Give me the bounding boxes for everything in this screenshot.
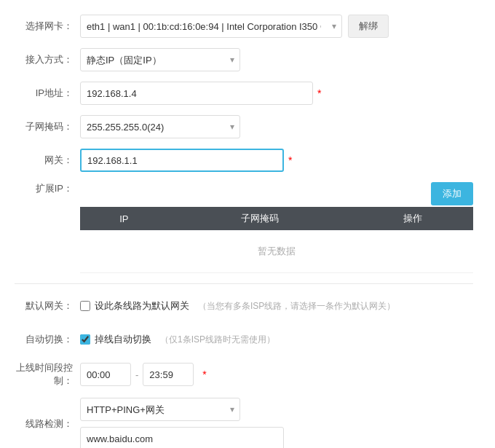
- subnet-label: 子网掩码：: [15, 120, 80, 133]
- default-gateway-checkbox-wrapper: 设此条线路为默认网关 （当您有多条ISP线路，请选择一条作为默认网关）: [80, 299, 395, 313]
- gateway-row: 网关： *: [15, 149, 473, 172]
- gateway-content: *: [80, 149, 473, 172]
- subnet-select[interactable]: 255.255.255.0(24): [80, 115, 240, 138]
- nic-select-wrapper: eth1 | wan1 | 00:1b:cd:16:0e:94 | Intel …: [80, 15, 342, 38]
- access-select[interactable]: 静态IP（固定IP）: [80, 48, 240, 71]
- online-time-content: - *: [80, 363, 473, 386]
- default-gateway-row: 默认网关： 设此条线路为默认网关 （当您有多条ISP线路，请选择一条作为默认网关…: [15, 294, 473, 318]
- unbind-button[interactable]: 解绑: [348, 15, 389, 38]
- time-range: - *: [80, 363, 207, 386]
- online-time-label: 上线时间段控制：: [15, 361, 80, 388]
- access-label: 接入方式：: [15, 53, 80, 66]
- auto-switch-hint: （仅1条ISP线路时无需使用）: [160, 334, 275, 346]
- time-required: *: [202, 369, 206, 380]
- detect-url-input[interactable]: [80, 427, 284, 448]
- time-separator: -: [135, 369, 138, 380]
- line-detect-select-wrapper: HTTP+PING+网关: [80, 398, 240, 421]
- col-ip: IP: [80, 207, 168, 230]
- ip-table: IP 子网掩码 操作 暂无数据: [80, 207, 473, 273]
- auto-switch-checkbox[interactable]: [80, 334, 90, 345]
- default-gateway-hint: （当您有多条ISP线路，请选择一条作为默认网关）: [198, 300, 395, 313]
- add-button[interactable]: 添加: [431, 182, 473, 205]
- nic-content: eth1 | wan1 | 00:1b:cd:16:0e:94 | Intel …: [80, 15, 473, 38]
- default-gateway-checkbox-label: 设此条线路为默认网关: [95, 299, 189, 313]
- time-start-input[interactable]: [80, 363, 131, 386]
- page-container: 选择网卡： eth1 | wan1 | 00:1b:cd:16:0e:94 | …: [0, 0, 495, 448]
- default-gateway-label: 默认网关：: [15, 299, 80, 313]
- gateway-input[interactable]: [80, 149, 284, 172]
- ip-input[interactable]: [80, 82, 313, 105]
- nic-label: 选择网卡：: [15, 20, 80, 33]
- subnet-row: 子网掩码： 255.255.255.0(24): [15, 115, 473, 138]
- line-detect-row: 线路检测： HTTP+PING+网关: [15, 398, 473, 448]
- col-action: 操作: [352, 207, 473, 230]
- auto-switch-content: 掉线自动切换 （仅1条ISP线路时无需使用）: [80, 333, 473, 346]
- ip-label: IP地址：: [15, 87, 80, 100]
- extended-ip-content: 添加 IP 子网掩码 操作 暂无数据: [80, 182, 473, 273]
- default-gateway-content: 设此条线路为默认网关 （当您有多条ISP线路，请选择一条作为默认网关）: [80, 299, 473, 313]
- extended-ip-row: 扩展IP： 添加 IP 子网掩码 操作 暂无数据: [15, 182, 473, 273]
- ip-row: IP地址： *: [15, 82, 473, 105]
- default-gateway-checkbox[interactable]: [80, 301, 90, 311]
- gateway-required: *: [288, 154, 292, 166]
- extended-ip-label: 扩展IP：: [15, 182, 80, 195]
- ip-required: *: [317, 87, 321, 99]
- access-content: 静态IP（固定IP）: [80, 48, 473, 71]
- extended-ip-section: 扩展IP： 添加 IP 子网掩码 操作 暂无数据: [15, 182, 473, 273]
- gateway-label: 网关：: [15, 154, 80, 167]
- auto-switch-row: 自动切换： 掉线自动切换 （仅1条ISP线路时无需使用）: [15, 328, 473, 351]
- online-time-row: 上线时间段控制： - *: [15, 361, 473, 388]
- line-detect-label: 线路检测：: [15, 417, 80, 431]
- nic-select[interactable]: eth1 | wan1 | 00:1b:cd:16:0e:94 | Intel …: [80, 15, 342, 38]
- access-select-wrapper: 静态IP（固定IP）: [80, 48, 240, 71]
- col-subnet: 子网掩码: [168, 207, 352, 230]
- no-data-row: 暂无数据: [80, 230, 473, 273]
- extended-ip-header-row: 添加: [80, 182, 473, 205]
- ip-content: *: [80, 82, 473, 105]
- auto-switch-label: 自动切换：: [15, 333, 80, 346]
- subnet-select-wrapper: 255.255.255.0(24): [80, 115, 240, 138]
- auto-switch-checkbox-label: 掉线自动切换: [95, 333, 151, 346]
- section-divider: [15, 283, 473, 284]
- time-end-input[interactable]: [143, 363, 194, 386]
- table-header-row: IP 子网掩码 操作: [80, 207, 473, 230]
- no-data-text: 暂无数据: [80, 230, 473, 273]
- nic-row: 选择网卡： eth1 | wan1 | 00:1b:cd:16:0e:94 | …: [15, 15, 473, 38]
- line-detect-content: HTTP+PING+网关: [80, 398, 473, 448]
- line-detect-select[interactable]: HTTP+PING+网关: [80, 398, 240, 421]
- access-row: 接入方式： 静态IP（固定IP）: [15, 48, 473, 71]
- auto-switch-checkbox-wrapper: 掉线自动切换 （仅1条ISP线路时无需使用）: [80, 333, 275, 346]
- subnet-content: 255.255.255.0(24): [80, 115, 473, 138]
